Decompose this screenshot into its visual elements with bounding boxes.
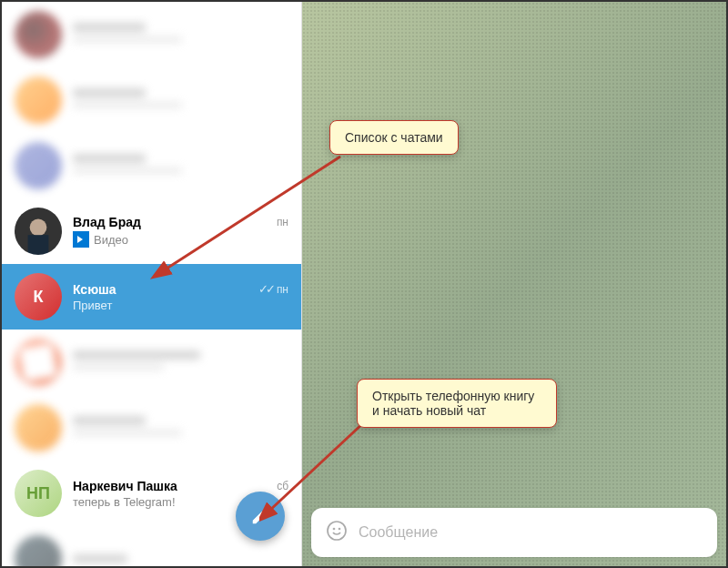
avatar-icon xyxy=(15,535,62,566)
main-chat-area xyxy=(302,2,726,566)
chat-time: пн xyxy=(277,216,288,228)
avatar-icon xyxy=(15,404,62,451)
svg-point-1 xyxy=(334,529,335,530)
chat-preview-text: Видео xyxy=(94,233,128,247)
chat-preview-text: теперь в Telegram! xyxy=(73,495,176,509)
avatar-icon xyxy=(15,76,62,124)
avatar-icon xyxy=(15,208,62,255)
message-input[interactable] xyxy=(359,524,703,541)
avatar-icon xyxy=(15,339,62,386)
chat-list-sidebar: Влад Брад пн Видео К Ксюша ✓✓ пн xyxy=(2,2,302,566)
emoji-icon[interactable] xyxy=(326,520,348,545)
chat-item-blurred[interactable] xyxy=(2,133,301,198)
avatar-icon xyxy=(15,11,62,58)
chat-item-blurred[interactable] xyxy=(2,330,301,395)
svg-point-2 xyxy=(339,529,340,530)
chat-item-vlad[interactable]: Влад Брад пн Видео xyxy=(2,198,301,264)
chat-name: Ксюша xyxy=(73,282,116,297)
chat-item-ksyusha[interactable]: К Ксюша ✓✓ пн Привет xyxy=(2,264,301,330)
callout-new-chat: Открыть телефонную книгу и начать новый … xyxy=(357,379,557,428)
chat-name: Наркевич Пашка xyxy=(73,479,177,493)
read-checks-icon: ✓✓ xyxy=(258,282,273,296)
callout-chat-list: Список с чатами xyxy=(329,120,459,155)
chat-time: сб xyxy=(277,480,288,492)
avatar-icon: НП xyxy=(15,470,62,517)
chat-preview-text: Привет xyxy=(73,299,112,312)
chat-item-blurred[interactable] xyxy=(2,67,301,133)
svg-point-0 xyxy=(328,522,346,540)
new-chat-button[interactable] xyxy=(236,492,285,541)
video-icon xyxy=(73,231,89,248)
avatar-icon xyxy=(15,142,62,189)
chat-name: Влад Брад xyxy=(73,215,141,229)
chat-item-blurred[interactable] xyxy=(2,395,301,461)
chat-item-blurred[interactable] xyxy=(2,2,301,67)
avatar-icon: К xyxy=(15,273,62,320)
message-input-bar xyxy=(311,508,717,557)
pencil-icon xyxy=(250,506,270,526)
chat-time: пн xyxy=(277,283,288,296)
